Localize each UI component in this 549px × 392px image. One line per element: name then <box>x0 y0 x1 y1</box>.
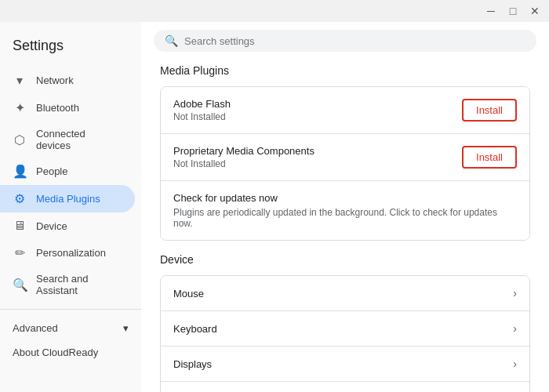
sidebar-label-search-assistant: Search and Assistant <box>36 273 122 296</box>
sidebar-label-device: Device <box>36 220 67 232</box>
sidebar-item-people[interactable]: 👤 People <box>0 158 135 185</box>
people-icon: 👤 <box>13 164 27 179</box>
check-updates-title: Check for updates now <box>173 192 278 204</box>
maximize-button[interactable]: □ <box>502 0 524 22</box>
content-inner: Media Plugins Adobe Flash Not Installed … <box>141 64 549 392</box>
bluetooth-icon: ✦ <box>13 100 27 115</box>
displays-chevron-icon: › <box>513 358 517 370</box>
sidebar-item-device[interactable]: 🖥 Device <box>0 212 135 239</box>
mouse-chevron-icon: › <box>513 287 517 299</box>
search-input[interactable] <box>184 35 525 47</box>
sidebar-label-network: Network <box>36 74 74 86</box>
check-updates-description: Plugins are periodically updated in the … <box>173 207 517 229</box>
media-plugins-section-title: Media Plugins <box>160 64 530 77</box>
sidebar-item-media-plugins[interactable]: ⚙ Media Plugins <box>0 185 135 212</box>
app-body: Settings ▾ Network ✦ Bluetooth ⬡ Connect… <box>0 22 549 392</box>
adobe-flash-item: Adobe Flash Not Installed Install <box>161 87 529 134</box>
sidebar-item-search-assistant[interactable]: 🔍 Search and Assistant <box>0 267 135 303</box>
sidebar-item-personalization[interactable]: ✏ Personalization <box>0 239 135 267</box>
search-icon: 🔍 <box>165 34 178 47</box>
displays-item[interactable]: Displays › <box>161 347 529 382</box>
personalization-icon: ✏ <box>13 245 27 260</box>
minimize-button[interactable]: ─ <box>480 0 502 22</box>
media-plugins-icon: ⚙ <box>13 191 27 206</box>
sidebar-advanced[interactable]: Advanced ▾ <box>0 316 141 340</box>
keyboard-label: Keyboard <box>173 323 217 335</box>
check-updates-item[interactable]: Check for updates now Plugins are period… <box>161 181 529 240</box>
sidebar-label-bluetooth: Bluetooth <box>36 102 79 114</box>
adobe-flash-title: Adobe Flash <box>173 98 462 110</box>
sidebar-label-people: People <box>36 165 67 177</box>
sidebar-item-network[interactable]: ▾ Network <box>0 67 135 94</box>
sidebar-item-about[interactable]: About CloudReady <box>0 340 135 365</box>
sidebar: Settings ▾ Network ✦ Bluetooth ⬡ Connect… <box>0 22 141 392</box>
network-icon: ▾ <box>13 73 27 88</box>
connected-devices-icon: ⬡ <box>13 132 27 147</box>
sidebar-label-media-plugins: Media Plugins <box>36 193 100 205</box>
search-bar: 🔍 <box>154 30 536 52</box>
device-section-title: Device <box>160 253 530 266</box>
sidebar-item-bluetooth[interactable]: ✦ Bluetooth <box>0 94 135 122</box>
main-content: 🔍 Media Plugins Adobe Flash Not Installe… <box>141 22 549 392</box>
sidebar-label-connected-devices: Connected devices <box>36 128 122 151</box>
adobe-flash-status: Not Installed <box>173 111 462 122</box>
expand-icon: ▾ <box>123 322 129 334</box>
proprietary-media-item: Proprietary Media Components Not Install… <box>161 134 529 181</box>
proprietary-media-status: Not Installed <box>173 158 462 169</box>
sidebar-title: Settings <box>0 28 141 67</box>
proprietary-media-install-button[interactable]: Install <box>462 146 517 169</box>
keyboard-chevron-icon: › <box>513 322 517 335</box>
titlebar: ─ □ ✕ <box>0 0 549 22</box>
sidebar-item-connected-devices[interactable]: ⬡ Connected devices <box>0 122 135 158</box>
sidebar-divider <box>0 309 141 310</box>
device-icon: 🖥 <box>13 219 27 233</box>
advanced-label: Advanced <box>13 322 58 334</box>
adobe-flash-install-button[interactable]: Install <box>462 99 517 122</box>
proprietary-media-title: Proprietary Media Components <box>173 145 462 157</box>
media-plugins-card-group: Adobe Flash Not Installed Install Propri… <box>160 86 530 241</box>
keyboard-item[interactable]: Keyboard › <box>161 311 529 347</box>
mouse-label: Mouse <box>173 288 204 299</box>
sidebar-label-personalization: Personalization <box>36 247 106 259</box>
displays-label: Displays <box>173 358 212 370</box>
search-assistant-icon: 🔍 <box>13 278 27 292</box>
device-card-group: Mouse › Keyboard › Displays › Storage ma… <box>160 275 530 392</box>
mouse-item[interactable]: Mouse › <box>161 276 529 311</box>
storage-item[interactable]: Storage management › <box>161 382 529 392</box>
sidebar-label-about: About CloudReady <box>13 347 98 358</box>
close-button[interactable]: ✕ <box>524 0 546 22</box>
